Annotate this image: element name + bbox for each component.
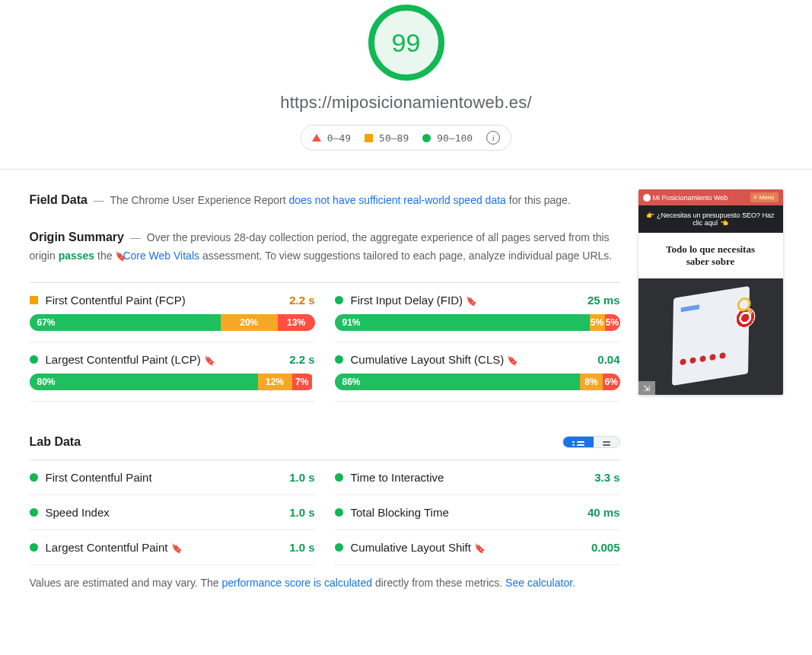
view-toggle-compact[interactable] — [594, 437, 619, 447]
distribution-bar: 80%12%7% — [30, 374, 315, 390]
bookmark-icon: 🔖 — [171, 543, 179, 554]
bookmark-icon: 🔖 — [507, 355, 514, 366]
distribution-bar: 91%5%5% — [335, 314, 620, 331]
bookmark-icon: 🔖 — [115, 249, 123, 264]
lab-metric[interactable]: Speed Index1.0 s — [30, 495, 315, 530]
status-dot — [30, 296, 38, 304]
distribution-bar: 86%8%6% — [335, 374, 620, 390]
lab-metric[interactable]: Total Blocking Time40 ms — [335, 495, 620, 530]
score-gauge: 99 — [368, 5, 444, 81]
metric-value: 2.2 s — [289, 294, 314, 307]
bookmark-icon: 🔖 — [474, 543, 482, 554]
status-dot — [30, 473, 38, 482]
metric-value: 1.0 s — [289, 506, 314, 519]
metric-name: Largest Contentful Paint (LCP) 🔖 — [46, 353, 282, 366]
metric-name: First Contentful Paint (FCP) — [46, 294, 282, 307]
status-dot — [30, 543, 38, 552]
field-metric[interactable]: Largest Contentful Paint (LCP) 🔖2.2 s80%… — [30, 342, 315, 402]
status-dot — [335, 473, 343, 482]
lab-footer-note: Values are estimated and may vary. The p… — [30, 574, 620, 593]
square-icon — [365, 134, 373, 142]
lab-metric[interactable]: Cumulative Layout Shift 🔖0.005 — [335, 530, 620, 565]
metric-name: Largest Contentful Paint 🔖 — [46, 541, 282, 554]
lab-data-title: Lab Data — [30, 435, 81, 449]
page-thumbnail: Mi Posicionamiento Web ≡ Menú 👉 ¿Necesit… — [638, 189, 783, 395]
metric-name: Cumulative Layout Shift 🔖 — [351, 541, 584, 554]
bookmark-icon: 🔖 — [204, 355, 212, 366]
metric-name: First Contentful Paint — [46, 471, 282, 484]
metric-name: First Input Delay (FID) 🔖 — [351, 294, 580, 307]
metric-value: 3.3 s — [594, 471, 619, 484]
status-dot — [335, 296, 343, 304]
metric-value: 0.005 — [591, 541, 620, 554]
metric-value: 1.0 s — [289, 471, 314, 484]
status-dot — [335, 355, 343, 364]
see-calculator-link[interactable]: See calculator. — [505, 577, 575, 589]
field-data-section: Field Data — The Chrome User Experience … — [30, 189, 620, 210]
field-metric[interactable]: Cumulative Layout Shift (CLS) 🔖0.0486%8%… — [335, 342, 620, 402]
triangle-icon — [312, 134, 321, 141]
share-icon[interactable]: ⇲ — [638, 381, 655, 395]
metric-name: Speed Index — [46, 506, 282, 519]
lab-metric[interactable]: Time to Interactive3.3 s — [335, 460, 620, 495]
status-dot — [30, 355, 38, 364]
status-dot — [335, 508, 343, 517]
core-web-vitals-link[interactable]: Core Web Vitals — [123, 250, 199, 262]
status-dot — [335, 543, 343, 552]
metric-name: Cumulative Layout Shift (CLS) 🔖 — [351, 353, 591, 366]
origin-summary-section: Origin Summary — Over the previous 28-da… — [30, 227, 620, 265]
metric-value: 25 ms — [588, 294, 620, 307]
view-toggle-expanded[interactable] — [563, 437, 594, 447]
field-metric[interactable]: First Input Delay (FID) 🔖25 ms91%5%5% — [335, 283, 620, 342]
score-calc-link[interactable]: performance score is calculated — [221, 577, 372, 589]
view-toggle[interactable] — [562, 436, 620, 448]
insufficient-data-link[interactable]: does not have sufficient real-world spee… — [289, 194, 506, 206]
field-metric[interactable]: First Contentful Paint (FCP) 2.2 s67%20%… — [30, 283, 315, 342]
distribution-bar: 67%20%13% — [30, 314, 315, 331]
bookmark-icon: 🔖 — [466, 296, 473, 307]
tested-url: https://miposicionamientoweb.es/ — [0, 93, 812, 113]
metric-name: Total Blocking Time — [351, 506, 580, 519]
metric-value: 40 ms — [588, 506, 620, 519]
circle-icon — [422, 134, 431, 142]
metric-value: 2.2 s — [289, 353, 314, 366]
metric-name: Time to Interactive — [351, 471, 588, 484]
metric-value: 0.04 — [597, 353, 619, 366]
lab-metric[interactable]: First Contentful Paint1.0 s — [30, 460, 315, 495]
status-dot — [30, 508, 38, 517]
lab-metric[interactable]: Largest Contentful Paint 🔖1.0 s — [30, 530, 315, 565]
score-legend: 0–49 50–89 90–100 i — [301, 125, 511, 151]
info-icon[interactable]: i — [486, 131, 500, 145]
metric-value: 1.0 s — [289, 541, 314, 554]
